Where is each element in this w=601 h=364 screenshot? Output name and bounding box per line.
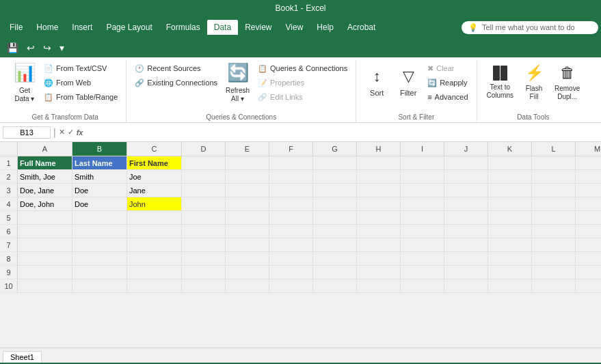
cell-b4[interactable]: Doe (72, 197, 127, 211)
cell-h9[interactable] (357, 266, 401, 279)
undo-button[interactable]: ↩ (24, 41, 38, 55)
cell-m6[interactable] (576, 225, 601, 238)
cell-i6[interactable] (401, 225, 444, 238)
cell-l2[interactable] (532, 170, 576, 184)
cell-l8[interactable] (532, 252, 576, 266)
select-all-button[interactable] (0, 142, 18, 156)
col-header-m[interactable]: M (576, 142, 601, 156)
cell-d8[interactable] (182, 252, 226, 266)
customize-quick-access-button[interactable]: ▾ (57, 41, 67, 55)
cell-d6[interactable] (182, 225, 226, 238)
cell-i10[interactable] (401, 279, 444, 293)
cell-g7[interactable] (313, 238, 357, 252)
cell-d7[interactable] (182, 238, 226, 252)
row-num-10[interactable]: 10 (0, 279, 18, 293)
cell-m7[interactable] (576, 238, 601, 252)
cell-e8[interactable] (226, 252, 269, 266)
cell-g1[interactable] (313, 156, 357, 170)
queries-connections-button[interactable]: 📋 Queries & Connections (255, 61, 350, 75)
col-header-l[interactable]: L (532, 142, 576, 156)
cell-h7[interactable] (357, 238, 401, 252)
cell-i7[interactable] (401, 238, 444, 252)
row-num-6[interactable]: 6 (0, 225, 18, 238)
advanced-button[interactable]: ≡ Advanced (425, 90, 470, 104)
menu-review[interactable]: Review (238, 20, 278, 35)
cell-g6[interactable] (313, 225, 357, 238)
cell-a2[interactable]: Smith, Joe (18, 170, 72, 184)
cell-a8[interactable] (18, 252, 72, 266)
cell-f6[interactable] (269, 225, 313, 238)
cell-m10[interactable] (576, 279, 601, 293)
cell-m9[interactable] (576, 266, 601, 279)
cell-k3[interactable] (488, 184, 532, 197)
cell-h4[interactable] (357, 197, 401, 211)
col-header-j[interactable]: J (444, 142, 488, 156)
cell-j8[interactable] (444, 252, 488, 266)
redo-button[interactable]: ↪ (40, 41, 54, 55)
cell-i3[interactable] (401, 184, 444, 197)
cell-k7[interactable] (488, 238, 532, 252)
cell-j6[interactable] (444, 225, 488, 238)
cell-g5[interactable] (313, 211, 357, 225)
cell-h1[interactable] (357, 156, 401, 170)
cell-i2[interactable] (401, 170, 444, 184)
cell-e5[interactable] (226, 211, 269, 225)
row-num-5[interactable]: 5 (0, 211, 18, 225)
cell-a6[interactable] (18, 225, 72, 238)
col-header-b[interactable]: B (72, 142, 127, 156)
cell-k1[interactable] (488, 156, 532, 170)
cell-h6[interactable] (357, 225, 401, 238)
cell-l1[interactable] (532, 156, 576, 170)
cell-a9[interactable] (18, 266, 72, 279)
cell-e7[interactable] (226, 238, 269, 252)
cell-i8[interactable] (401, 252, 444, 266)
cell-d10[interactable] (182, 279, 226, 293)
cell-i5[interactable] (401, 211, 444, 225)
cell-f10[interactable] (269, 279, 313, 293)
menu-acrobat[interactable]: Acrobat (340, 20, 382, 35)
cell-d2[interactable] (182, 170, 226, 184)
cell-j4[interactable] (444, 197, 488, 211)
cell-k10[interactable] (488, 279, 532, 293)
cell-k6[interactable] (488, 225, 532, 238)
row-num-7[interactable]: 7 (0, 238, 18, 252)
col-header-h[interactable]: H (357, 142, 401, 156)
cell-e10[interactable] (226, 279, 269, 293)
cell-m5[interactable] (576, 211, 601, 225)
cell-b1[interactable]: Last Name (72, 156, 127, 170)
cell-j2[interactable] (444, 170, 488, 184)
cell-h2[interactable] (357, 170, 401, 184)
menu-data[interactable]: Data (207, 20, 238, 35)
cell-l7[interactable] (532, 238, 576, 252)
cell-m2[interactable] (576, 170, 601, 184)
cell-d1[interactable] (182, 156, 226, 170)
col-header-e[interactable]: E (226, 142, 269, 156)
cell-l9[interactable] (532, 266, 576, 279)
cell-h10[interactable] (357, 279, 401, 293)
cell-g3[interactable] (313, 184, 357, 197)
cell-e6[interactable] (226, 225, 269, 238)
cell-e3[interactable] (226, 184, 269, 197)
from-table-range-button[interactable]: 📋 From Table/Range (41, 90, 120, 104)
menu-help[interactable]: Help (310, 20, 340, 35)
cell-d4[interactable] (182, 197, 226, 211)
cell-a7[interactable] (18, 238, 72, 252)
cell-i9[interactable] (401, 266, 444, 279)
cell-k4[interactable] (488, 197, 532, 211)
cell-g2[interactable] (313, 170, 357, 184)
confirm-icon[interactable]: ✓ (68, 128, 74, 137)
cell-c3[interactable]: Jane (127, 184, 182, 197)
menu-insert[interactable]: Insert (65, 20, 99, 35)
cell-j1[interactable] (444, 156, 488, 170)
cell-b7[interactable] (72, 238, 127, 252)
row-num-1[interactable]: 1 (0, 156, 18, 170)
cell-f2[interactable] (269, 170, 313, 184)
cell-a5[interactable] (18, 211, 72, 225)
cell-e1[interactable] (226, 156, 269, 170)
cell-h5[interactable] (357, 211, 401, 225)
formula-input[interactable] (85, 128, 598, 137)
cell-f1[interactable] (269, 156, 313, 170)
cell-g9[interactable] (313, 266, 357, 279)
recent-sources-button[interactable]: 🕐 Recent Sources (132, 61, 220, 75)
sort-button[interactable]: ↕️ Sort (362, 60, 392, 105)
